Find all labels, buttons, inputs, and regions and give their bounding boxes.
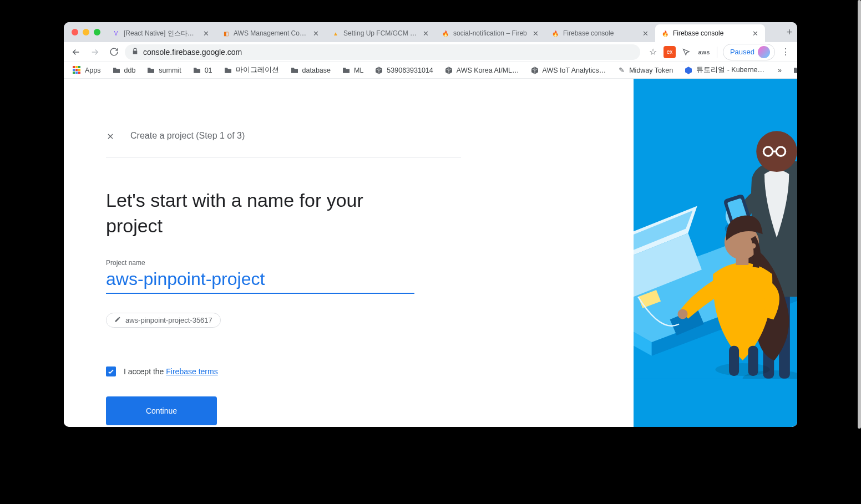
divider (106, 157, 461, 158)
toolbar-right: ☆ ex aws Paused ⋮ (644, 44, 793, 60)
browser-window: V [React Native] 인스타그램 U ✕◧ AWS Manageme… (64, 22, 797, 427)
overflow-icon: » (778, 67, 782, 74)
browser-tab[interactable]: 🔥 social-notification – Fireb ✕ (435, 24, 545, 42)
accept-terms-checkbox[interactable] (106, 366, 116, 376)
bookmark-item[interactable]: 539063931014 (370, 64, 437, 77)
new-tab-button[interactable]: + (782, 22, 797, 42)
svg-rect-28 (729, 346, 739, 376)
forward-button[interactable] (87, 44, 103, 60)
window-controls (68, 22, 106, 42)
continue-button[interactable]: Continue (106, 396, 217, 425)
bookmark-item[interactable]: ddb (108, 64, 140, 77)
toolbar-separator (717, 47, 717, 58)
bookmark-label: 539063931014 (387, 67, 433, 74)
bookmark-label: ML (354, 67, 363, 74)
bookmark-item[interactable]: 마이그레이션 (219, 63, 283, 77)
extension-icon[interactable]: ex (664, 46, 676, 58)
bookmark-item[interactable]: ML (337, 64, 368, 77)
bookmark-label: database (302, 67, 331, 74)
close-tab-icon[interactable]: ✕ (312, 28, 320, 39)
bookmark-item[interactable]: 튜토리얼 - Kuberne… (680, 63, 769, 77)
aws-icon (374, 66, 383, 75)
paused-label: Paused (730, 48, 754, 56)
browser-tab[interactable]: 🔥 Firebase console ✕ (655, 24, 765, 42)
tab-title: [React Native] 인스타그램 U (124, 29, 199, 38)
close-tab-icon[interactable]: ✕ (202, 28, 210, 39)
browser-tab[interactable]: V [React Native] 인스타그램 U ✕ (106, 24, 216, 42)
bookmark-label: AWS Korea AI/ML… (457, 67, 519, 74)
folder-icon (193, 66, 201, 75)
close-tab-icon[interactable]: ✕ (751, 28, 759, 39)
apps-label: Apps (85, 67, 101, 74)
browser-menu-button[interactable]: ⋮ (778, 45, 793, 59)
star-icon[interactable]: ☆ (646, 45, 660, 59)
minimize-window-button[interactable] (83, 29, 89, 35)
avatar (758, 46, 770, 58)
close-tab-icon[interactable]: ✕ (641, 28, 650, 39)
bookmark-label: ddb (124, 67, 136, 74)
bookmark-label: AWS IoT Analytics… (543, 67, 606, 74)
bookmark-label: summit (159, 67, 181, 74)
illustration-panel (634, 79, 797, 427)
bookmark-item[interactable]: AWS IoT Analytics… (526, 64, 611, 77)
back-button[interactable] (68, 44, 84, 60)
page-heading: Let's start with a name for your project (106, 188, 372, 239)
extension-aws-icon[interactable]: aws (697, 45, 711, 59)
other-bookmarks[interactable]: Other Bookmarks (788, 64, 797, 77)
create-project-form: Create a project (Step 1 of 3) Let's sta… (64, 79, 634, 427)
bookmark-item[interactable]: summit (142, 64, 185, 77)
zoom-window-button[interactable] (94, 29, 100, 35)
svg-rect-29 (748, 346, 758, 376)
project-id-text: aws-pinpoint-project-35617 (125, 316, 212, 324)
project-name-input[interactable] (106, 268, 414, 294)
illustration (634, 79, 797, 379)
tab-title: Firebase console (673, 29, 748, 37)
browser-tab[interactable]: 🔥 Firebase console ✕ (545, 24, 655, 42)
browser-toolbar: console.firebase.google.com ☆ ex aws Pau… (64, 42, 797, 62)
bookmark-item[interactable]: 01 (188, 64, 217, 77)
folder-icon (224, 66, 232, 75)
lock-icon (131, 48, 139, 57)
favicon: ◧ (221, 29, 230, 38)
bookmarks-overflow[interactable]: » (773, 64, 786, 77)
folder-icon (793, 66, 797, 75)
bookmark-label: Midway Token (629, 67, 673, 74)
apps-icon (73, 66, 82, 75)
close-tab-icon[interactable]: ✕ (422, 28, 430, 39)
pencil-icon (114, 316, 121, 324)
reload-button[interactable] (106, 44, 121, 60)
accept-prefix: I accept the (124, 367, 166, 376)
firebase-terms-link[interactable]: Firebase terms (166, 367, 217, 376)
bookmark-item[interactable]: database (286, 64, 335, 77)
bookmark-icon: ✎ (617, 66, 626, 75)
address-bar[interactable]: console.firebase.google.com (125, 44, 640, 60)
close-icon[interactable] (106, 132, 115, 144)
browser-tab[interactable]: ▲ Setting Up FCM/GCM for F ✕ (326, 24, 435, 42)
bookmarks-items: ddbsummit01마이그레이션databaseML539063931014A… (108, 63, 769, 77)
extension-cursor-icon[interactable] (679, 45, 693, 59)
bookmarks-bar: Apps ddbsummit01마이그레이션databaseML53906393… (64, 62, 797, 79)
bookmark-label: 튜토리얼 - Kuberne… (696, 65, 764, 75)
tabs-container: V [React Native] 인스타그램 U ✕◧ AWS Manageme… (106, 22, 782, 42)
tab-title: Setting Up FCM/GCM for F (343, 29, 418, 37)
close-window-button[interactable] (72, 29, 78, 35)
browser-tab[interactable]: ◧ AWS Management Consol ✕ (216, 24, 326, 42)
svg-point-27 (751, 243, 756, 249)
project-id-chip[interactable]: aws-pinpoint-project-35617 (106, 313, 221, 328)
bookmark-item[interactable]: ✎Midway Token (612, 64, 677, 77)
tab-title: social-notification – Fireb (453, 29, 528, 37)
aws-icon (530, 66, 539, 75)
tab-title: AWS Management Consol (234, 29, 308, 37)
tab-title: Firebase console (563, 29, 638, 37)
url-text: console.firebase.google.com (143, 48, 242, 57)
kubernetes-icon (684, 66, 693, 75)
close-tab-icon[interactable]: ✕ (531, 28, 540, 39)
bookmark-label: 01 (205, 67, 212, 74)
aws-icon (444, 66, 453, 75)
folder-icon (146, 66, 155, 75)
apps-shortcut[interactable]: Apps (68, 64, 105, 77)
favicon: V (112, 29, 120, 38)
bookmark-item[interactable]: AWS Korea AI/ML… (440, 64, 524, 77)
profile-paused-chip[interactable]: Paused (723, 44, 775, 60)
project-name-label: Project name (106, 259, 634, 267)
